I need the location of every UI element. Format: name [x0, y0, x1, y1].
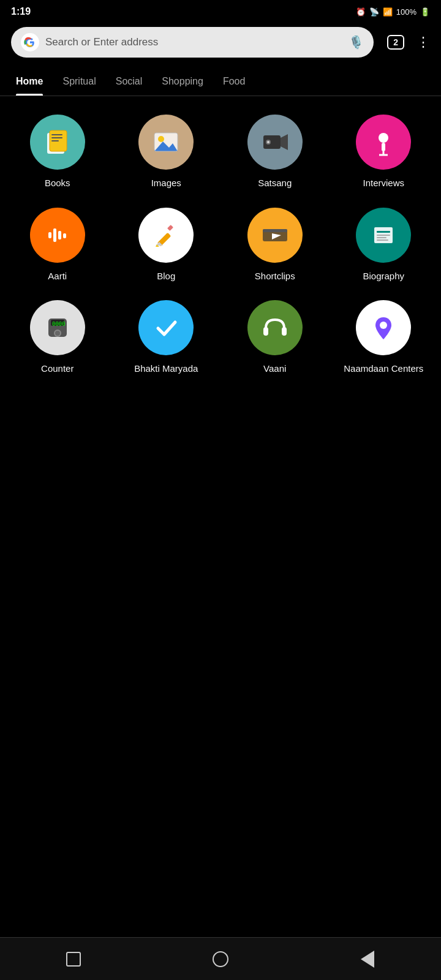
search-bar[interactable]: Search or Enter address 🎙️	[11, 27, 374, 58]
svg-rect-40	[263, 327, 268, 336]
square-icon	[66, 952, 81, 967]
bottom-square-btn[interactable]	[62, 948, 85, 970]
svg-rect-25	[167, 225, 173, 231]
bhakti-maryada-icon	[138, 300, 194, 355]
app-biography[interactable]: Biography	[333, 208, 435, 282]
status-time: 1:19	[11, 6, 31, 17]
images-icon	[138, 115, 194, 170]
app-aarti[interactable]: Aarti	[6, 208, 109, 282]
app-counter[interactable]: 0000 Counter	[6, 300, 109, 375]
svg-rect-19	[48, 232, 51, 238]
aarti-icon	[30, 208, 85, 263]
naamdaan-centers-label: Naamdaan Centers	[344, 363, 423, 375]
nav-tabs: Home Spritual Social Shopping Food	[0, 67, 441, 96]
interviews-icon	[356, 115, 411, 170]
biography-icon	[356, 208, 411, 263]
svg-rect-22	[63, 233, 66, 238]
svg-rect-4	[51, 134, 62, 135]
svg-point-15	[379, 133, 388, 143]
svg-rect-20	[53, 228, 56, 242]
wifi-icon: 📡	[369, 7, 379, 17]
app-blog[interactable]: Blog	[115, 208, 218, 282]
app-naamdaan-centers[interactable]: Naamdaan Centers	[333, 300, 435, 375]
alarm-icon: ⏰	[356, 7, 366, 17]
tab-count[interactable]: 2	[387, 35, 404, 50]
app-images[interactable]: Images	[115, 115, 218, 189]
svg-rect-33	[377, 237, 386, 238]
svg-rect-16	[382, 143, 385, 151]
shortclips-icon	[247, 208, 303, 263]
tab-spritual[interactable]: Spritual	[53, 67, 105, 96]
svg-text:0000: 0000	[52, 321, 66, 327]
satsang-icon	[247, 115, 303, 170]
battery-icon: 🔋	[420, 7, 430, 17]
blog-label: Blog	[157, 270, 175, 282]
app-bhakti-maryada[interactable]: Bhakti Maryada	[115, 300, 218, 375]
shortclips-label: Shortclips	[255, 270, 295, 282]
tab-food[interactable]: Food	[213, 67, 255, 96]
bhakti-maryada-label: Bhakti Maryada	[134, 363, 198, 375]
app-interviews[interactable]: Interviews	[333, 115, 435, 189]
books-label: Books	[45, 177, 70, 189]
svg-rect-34	[377, 239, 388, 241]
mic-icon[interactable]: 🎙️	[349, 35, 364, 50]
svg-point-14	[267, 141, 270, 143]
svg-point-42	[380, 322, 387, 329]
tab-shopping[interactable]: Shopping	[152, 67, 213, 96]
svg-rect-41	[282, 327, 287, 336]
svg-rect-21	[58, 231, 61, 239]
svg-rect-28	[263, 229, 287, 232]
svg-point-39	[55, 331, 60, 336]
app-books[interactable]: Books	[6, 115, 109, 189]
counter-label: Counter	[41, 363, 74, 375]
interviews-label: Interviews	[363, 177, 404, 189]
aarti-label: Aarti	[48, 270, 67, 282]
app-grid: Books Images Satsang	[0, 96, 441, 393]
tab-home[interactable]: Home	[6, 67, 53, 96]
tab-social[interactable]: Social	[106, 67, 153, 96]
bottom-nav	[0, 937, 441, 980]
status-icons: ⏰ 📡 📶 100% 🔋	[356, 7, 430, 17]
home-circle-icon	[213, 951, 228, 967]
books-icon	[30, 115, 85, 170]
vaani-icon	[247, 300, 303, 355]
svg-rect-31	[377, 231, 390, 233]
blog-icon	[138, 208, 194, 263]
naamdaan-centers-icon	[356, 300, 411, 355]
more-options-icon[interactable]: ⋮	[417, 34, 430, 50]
back-triangle-icon	[361, 951, 374, 968]
app-shortclips[interactable]: Shortclips	[224, 208, 326, 282]
svg-rect-5	[51, 137, 62, 138]
images-label: Images	[151, 177, 181, 189]
app-satsang[interactable]: Satsang	[224, 115, 326, 189]
bottom-back-btn[interactable]	[356, 948, 379, 970]
svg-marker-12	[281, 134, 288, 150]
satsang-label: Satsang	[258, 177, 292, 189]
battery-text: 100%	[396, 7, 417, 17]
vaani-label: Vaani	[263, 363, 286, 375]
search-bar-container: Search or Enter address 🎙️ 2 ⋮	[0, 21, 441, 67]
status-bar: 1:19 ⏰ 📡 📶 100% 🔋	[0, 0, 441, 21]
google-logo	[21, 33, 39, 51]
svg-point-8	[158, 136, 164, 142]
svg-rect-32	[377, 235, 390, 236]
bottom-home-btn[interactable]	[209, 948, 232, 970]
biography-label: Biography	[363, 270, 404, 282]
signal-icon: 📶	[383, 7, 393, 17]
counter-icon: 0000	[30, 300, 85, 355]
app-vaani[interactable]: Vaani	[224, 300, 326, 375]
svg-rect-6	[51, 140, 59, 141]
search-input[interactable]: Search or Enter address	[45, 36, 342, 48]
